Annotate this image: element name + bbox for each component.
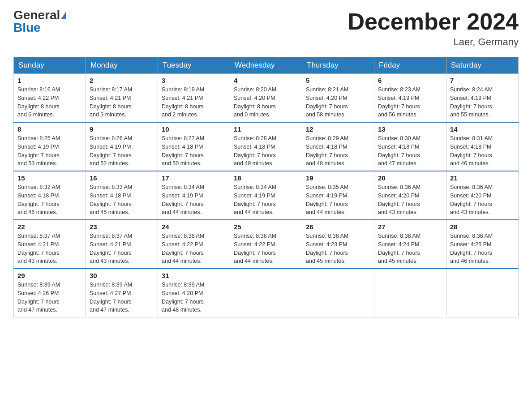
day-info: Sunrise: 8:24 AMSunset: 4:19 PMDaylight:… [450, 86, 515, 119]
calendar-cell: 1 Sunrise: 8:16 AMSunset: 4:22 PMDayligh… [14, 74, 86, 123]
calendar-cell: 10 Sunrise: 8:27 AMSunset: 4:18 PMDaylig… [158, 122, 230, 171]
calendar-cell: 26 Sunrise: 8:38 AMSunset: 4:23 PMDaylig… [302, 220, 374, 269]
day-number: 28 [450, 223, 515, 231]
day-info: Sunrise: 8:34 AMSunset: 4:19 PMDaylight:… [162, 183, 226, 217]
calendar-week-row: 1 Sunrise: 8:16 AMSunset: 4:22 PMDayligh… [14, 74, 519, 123]
day-number: 29 [17, 272, 82, 279]
day-number: 17 [162, 174, 226, 182]
day-info: Sunrise: 8:35 AMSunset: 4:19 PMDaylight:… [306, 183, 370, 217]
day-number: 15 [17, 174, 82, 182]
calendar-cell [302, 269, 374, 317]
day-number: 27 [378, 223, 442, 231]
day-info: Sunrise: 8:16 AMSunset: 4:22 PMDaylight:… [17, 86, 82, 119]
calendar-cell: 24 Sunrise: 8:38 AMSunset: 4:22 PMDaylig… [158, 220, 230, 269]
calendar-cell: 15 Sunrise: 8:32 AMSunset: 4:18 PMDaylig… [14, 171, 86, 220]
calendar-cell: 14 Sunrise: 8:31 AMSunset: 4:18 PMDaylig… [446, 122, 519, 171]
calendar-week-row: 22 Sunrise: 8:37 AMSunset: 4:21 PMDaylig… [14, 220, 519, 269]
weekday-header-monday: Monday [86, 57, 158, 74]
day-info: Sunrise: 8:38 AMSunset: 4:24 PMDaylight:… [378, 232, 442, 265]
weekday-header-row: SundayMondayTuesdayWednesdayThursdayFrid… [14, 57, 519, 74]
day-number: 22 [17, 223, 82, 231]
day-info: Sunrise: 8:37 AMSunset: 4:21 PMDaylight:… [17, 232, 82, 265]
day-info: Sunrise: 8:31 AMSunset: 4:18 PMDaylight:… [450, 134, 515, 168]
calendar-cell: 3 Sunrise: 8:19 AMSunset: 4:21 PMDayligh… [158, 74, 230, 123]
day-number: 7 [450, 77, 515, 84]
day-number: 19 [306, 174, 370, 182]
calendar-cell: 19 Sunrise: 8:35 AMSunset: 4:19 PMDaylig… [302, 171, 374, 220]
logo-blue-text: Blue [13, 21, 41, 34]
day-info: Sunrise: 8:38 AMSunset: 4:25 PMDaylight:… [450, 232, 515, 265]
day-number: 18 [234, 174, 298, 182]
day-info: Sunrise: 8:39 AMSunset: 4:26 PMDaylight:… [17, 281, 82, 314]
day-info: Sunrise: 8:38 AMSunset: 4:22 PMDaylight:… [162, 232, 226, 265]
weekday-header-wednesday: Wednesday [230, 57, 302, 74]
logo-triangle-icon [61, 11, 66, 19]
day-info: Sunrise: 8:23 AMSunset: 4:19 PMDaylight:… [378, 86, 442, 119]
weekday-header-friday: Friday [374, 57, 446, 74]
calendar-cell: 28 Sunrise: 8:38 AMSunset: 4:25 PMDaylig… [446, 220, 519, 269]
weekday-header-thursday: Thursday [302, 57, 374, 74]
calendar-cell: 11 Sunrise: 8:28 AMSunset: 4:18 PMDaylig… [230, 122, 302, 171]
calendar-cell: 7 Sunrise: 8:24 AMSunset: 4:19 PMDayligh… [446, 74, 519, 123]
calendar-cell: 27 Sunrise: 8:38 AMSunset: 4:24 PMDaylig… [374, 220, 446, 269]
day-number: 12 [306, 125, 370, 133]
day-number: 4 [234, 77, 298, 84]
calendar-cell: 4 Sunrise: 8:20 AMSunset: 4:20 PMDayligh… [230, 74, 302, 123]
weekday-header-tuesday: Tuesday [158, 57, 230, 74]
day-info: Sunrise: 8:17 AMSunset: 4:21 PMDaylight:… [90, 86, 154, 119]
calendar-week-row: 8 Sunrise: 8:25 AMSunset: 4:19 PMDayligh… [14, 122, 519, 171]
day-info: Sunrise: 8:26 AMSunset: 4:19 PMDaylight:… [90, 134, 154, 168]
logo: General Blue [13, 9, 66, 34]
day-number: 24 [162, 223, 226, 231]
day-number: 3 [162, 77, 226, 84]
day-info: Sunrise: 8:28 AMSunset: 4:18 PMDaylight:… [234, 134, 298, 168]
day-number: 8 [17, 125, 82, 133]
day-info: Sunrise: 8:37 AMSunset: 4:21 PMDaylight:… [90, 232, 154, 265]
calendar-cell: 31 Sunrise: 8:39 AMSunset: 4:28 PMDaylig… [158, 269, 230, 317]
day-info: Sunrise: 8:36 AMSunset: 4:20 PMDaylight:… [378, 183, 442, 217]
day-info: Sunrise: 8:33 AMSunset: 4:18 PMDaylight:… [90, 183, 154, 217]
location-text: Laer, Germany [348, 36, 519, 48]
calendar-table: SundayMondayTuesdayWednesdayThursdayFrid… [13, 57, 519, 317]
day-info: Sunrise: 8:27 AMSunset: 4:18 PMDaylight:… [162, 134, 226, 168]
day-number: 1 [17, 77, 82, 84]
calendar-cell: 8 Sunrise: 8:25 AMSunset: 4:19 PMDayligh… [14, 122, 86, 171]
day-number: 11 [234, 125, 298, 133]
day-number: 9 [90, 125, 154, 133]
day-info: Sunrise: 8:29 AMSunset: 4:18 PMDaylight:… [306, 134, 370, 168]
day-info: Sunrise: 8:21 AMSunset: 4:20 PMDaylight:… [306, 86, 370, 119]
day-info: Sunrise: 8:38 AMSunset: 4:22 PMDaylight:… [234, 232, 298, 265]
day-number: 14 [450, 125, 515, 133]
calendar-week-row: 15 Sunrise: 8:32 AMSunset: 4:18 PMDaylig… [14, 171, 519, 220]
day-number: 31 [162, 272, 226, 279]
day-info: Sunrise: 8:39 AMSunset: 4:27 PMDaylight:… [90, 281, 154, 314]
day-info: Sunrise: 8:39 AMSunset: 4:28 PMDaylight:… [162, 281, 226, 314]
day-info: Sunrise: 8:36 AMSunset: 4:20 PMDaylight:… [450, 183, 515, 217]
calendar-cell: 20 Sunrise: 8:36 AMSunset: 4:20 PMDaylig… [374, 171, 446, 220]
calendar-cell: 16 Sunrise: 8:33 AMSunset: 4:18 PMDaylig… [86, 171, 158, 220]
calendar-cell: 30 Sunrise: 8:39 AMSunset: 4:27 PMDaylig… [86, 269, 158, 317]
day-info: Sunrise: 8:34 AMSunset: 4:19 PMDaylight:… [234, 183, 298, 217]
calendar-cell [230, 269, 302, 317]
calendar-cell: 29 Sunrise: 8:39 AMSunset: 4:26 PMDaylig… [14, 269, 86, 317]
title-section: December 2024 Laer, Germany [348, 9, 519, 48]
calendar-cell: 9 Sunrise: 8:26 AMSunset: 4:19 PMDayligh… [86, 122, 158, 171]
calendar-cell: 6 Sunrise: 8:23 AMSunset: 4:19 PMDayligh… [374, 74, 446, 123]
day-info: Sunrise: 8:25 AMSunset: 4:19 PMDaylight:… [17, 134, 82, 168]
day-number: 13 [378, 125, 442, 133]
day-info: Sunrise: 8:38 AMSunset: 4:23 PMDaylight:… [306, 232, 370, 265]
calendar-cell: 25 Sunrise: 8:38 AMSunset: 4:22 PMDaylig… [230, 220, 302, 269]
calendar-cell: 17 Sunrise: 8:34 AMSunset: 4:19 PMDaylig… [158, 171, 230, 220]
day-number: 2 [90, 77, 154, 84]
calendar-cell: 13 Sunrise: 8:30 AMSunset: 4:18 PMDaylig… [374, 122, 446, 171]
calendar-cell: 22 Sunrise: 8:37 AMSunset: 4:21 PMDaylig… [14, 220, 86, 269]
day-number: 6 [378, 77, 442, 84]
calendar-cell: 23 Sunrise: 8:37 AMSunset: 4:21 PMDaylig… [86, 220, 158, 269]
day-number: 26 [306, 223, 370, 231]
weekday-header-saturday: Saturday [446, 57, 519, 74]
calendar-week-row: 29 Sunrise: 8:39 AMSunset: 4:26 PMDaylig… [14, 269, 519, 317]
day-number: 25 [234, 223, 298, 231]
day-number: 5 [306, 77, 370, 84]
calendar-cell: 5 Sunrise: 8:21 AMSunset: 4:20 PMDayligh… [302, 74, 374, 123]
day-number: 16 [90, 174, 154, 182]
